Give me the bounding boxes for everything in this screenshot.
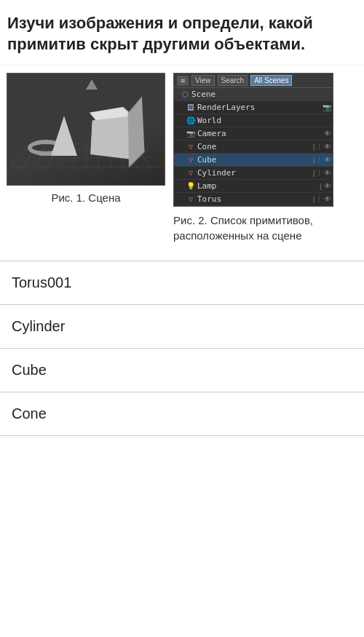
outliner-row-camera[interactable]: 📷 Camera 👁 (174, 127, 333, 141)
view-button[interactable]: View (191, 75, 215, 86)
camera-label: Camera (197, 129, 323, 138)
world-label: World (197, 116, 331, 125)
scene-viewport (7, 73, 165, 186)
renderlayers-label: RenderLayers (197, 103, 321, 112)
search-button[interactable]: Search (218, 75, 248, 86)
lamp-eye-icon: 👁 (324, 182, 331, 190)
cylinder-label: Cylinder (197, 168, 311, 178)
world-icon: 🌐 (186, 116, 196, 125)
cylinder-eye-icon: 👁 (324, 169, 331, 177)
renderlayers-icon: 🖼 (186, 103, 196, 112)
outliner-row-cone[interactable]: ▽ Cone | ⋮ 👁 (174, 141, 333, 154)
option-cube[interactable]: Cube (0, 349, 364, 392)
outliner-panel: ≡ View Search All Scenes ⬡ Scene 🖼 Rende… (173, 73, 333, 207)
outliner-row-cylinder[interactable]: ▽ Cylinder | ⋮ 👁 (174, 167, 333, 180)
figure1-block: Рис. 1. Сцена (6, 73, 166, 243)
scene-label: Scene (191, 90, 331, 99)
figure1-caption: Рис. 1. Сцена (51, 191, 120, 204)
option-cone[interactable]: Cone (0, 392, 364, 436)
all-scenes-button[interactable]: All Scenes (250, 75, 292, 86)
cone-mesh-icon: ▽ (186, 143, 196, 151)
camera-eye-icon: 👁 (324, 130, 331, 138)
cylinder-branch-icon: ⋮ (316, 170, 323, 177)
renderlayers-extra-icon: 📷 (323, 103, 331, 111)
cone-object (51, 116, 77, 156)
outliner-row-lamp[interactable]: 💡 Lamp | 👁 (174, 180, 333, 193)
cube-mesh-icon: ▽ (186, 156, 196, 165)
figure2-block: ≡ View Search All Scenes ⬡ Scene 🖼 Rende… (173, 73, 358, 243)
lamp-label: Lamp (197, 181, 317, 191)
question-header: Изучи изображения и определи, какой прим… (0, 0, 364, 66)
lamp-pipe-icon: | (319, 183, 323, 190)
outliner-menu-icon: ≡ (177, 76, 189, 86)
cone-eye-icon: 👁 (324, 143, 331, 151)
outliner-row-world[interactable]: 🌐 World (174, 114, 333, 127)
answer-options: Torus001 Cylinder Cube Cone (0, 261, 364, 436)
camera-icon: 📷 (186, 130, 196, 138)
cone-branch-icon: ⋮ (316, 143, 323, 151)
outliner-row-scene[interactable]: ⬡ Scene (174, 88, 333, 101)
cube-label: Cube (197, 155, 311, 165)
outliner-row-torus[interactable]: ▽ Torus | ⋮ 👁 (174, 193, 333, 206)
figure2-caption: Рис. 2. Список примитивов, расположенных… (173, 213, 358, 243)
torus-eye-icon: 👁 (324, 195, 331, 203)
torus-branch-icon: ⋮ (316, 196, 323, 203)
axis-arrow-icon (86, 79, 98, 90)
option-torus001[interactable]: Torus001 (0, 261, 364, 305)
cube-branch-icon: ⋮ (316, 157, 323, 164)
lamp-icon: 💡 (186, 182, 196, 191)
cone-label: Cone (197, 142, 311, 151)
images-row: Рис. 1. Сцена ≡ View Search All Scenes ⬡… (0, 66, 364, 243)
outliner-row-cube[interactable]: ▽ Cube | ⋮ 👁 (174, 154, 333, 167)
cylinder-mesh-icon: ▽ (186, 169, 196, 178)
torus-label: Torus (197, 194, 311, 204)
outliner-row-renderlayers[interactable]: 🖼 RenderLayers 📷 (174, 101, 333, 114)
scene-background (7, 74, 165, 185)
torus-mesh-icon: ▽ (186, 195, 196, 204)
scene-icon: ⬡ (180, 90, 190, 99)
cube-object (90, 116, 129, 159)
outliner-header: ≡ View Search All Scenes (174, 74, 333, 88)
option-cylinder[interactable]: Cylinder (0, 305, 364, 349)
cube-eye-icon: 👁 (324, 156, 331, 164)
